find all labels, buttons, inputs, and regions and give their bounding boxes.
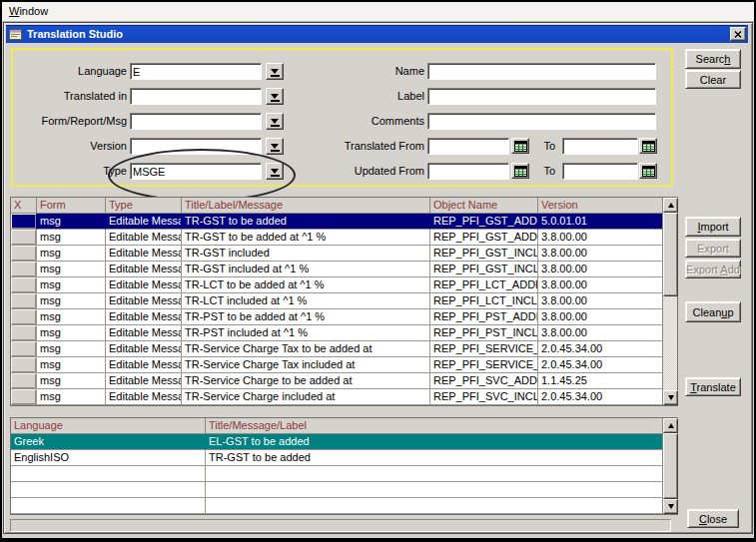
table-cell[interactable]: 3.8.00.00 xyxy=(538,246,662,262)
table-cell[interactable]: TR-Service Charge to be added at xyxy=(182,373,430,389)
scrollbar-thumb[interactable] xyxy=(663,213,678,296)
table-cell[interactable]: 2.0.45.34.00 xyxy=(538,357,662,373)
table-cell[interactable]: REP_PFI_PST_ADDED xyxy=(430,309,538,325)
table-cell[interactable]: Editable Message xyxy=(106,262,182,277)
table-cell[interactable] xyxy=(206,498,662,514)
table-cell[interactable]: REP_PFI_GST_ADDED xyxy=(430,214,538,230)
table-cell[interactable]: Editable Message xyxy=(106,277,182,293)
table-cell[interactable]: REP_PFI_SERVICE_TAX_ xyxy=(430,357,538,373)
row-selector[interactable] xyxy=(11,309,37,325)
table-cell[interactable]: 3.8.00.00 xyxy=(538,262,662,277)
table-row[interactable]: msgEditable MessageTR-PST to be added at… xyxy=(11,309,662,325)
table-cell[interactable]: 2.0.45.34.00 xyxy=(538,341,662,357)
row-selector[interactable] xyxy=(11,277,37,293)
table-cell[interactable]: TR-GST to be added xyxy=(206,450,662,466)
table-row[interactable] xyxy=(11,498,662,514)
table-cell[interactable]: REP_PFI_LCT_ADDED xyxy=(430,277,538,293)
table-cell[interactable]: Editable Message xyxy=(106,230,182,246)
table-row[interactable]: GreekEL-GST to be added xyxy=(11,434,662,450)
table-cell[interactable]: msg xyxy=(37,373,106,389)
table-cell[interactable]: REP_PFI_GST_ADDED_P xyxy=(430,230,538,246)
updated-to-calendar-button[interactable] xyxy=(639,163,657,179)
table-row[interactable]: msgEditable MessageTR-Service Charge Tax… xyxy=(11,341,662,357)
table-row[interactable]: msgEditable MessageTR-GST to be added at… xyxy=(11,230,662,246)
scrollbar-thumb[interactable] xyxy=(663,433,678,499)
close-icon[interactable] xyxy=(730,27,746,41)
table-cell[interactable]: REP_PFI_GST_INCLUDE xyxy=(430,262,538,277)
table-cell[interactable]: msg xyxy=(37,309,106,325)
row-selector[interactable] xyxy=(11,341,37,357)
table-cell[interactable]: TR-GST included xyxy=(182,246,430,262)
table-row[interactable] xyxy=(11,466,662,482)
table-cell[interactable]: TR-GST to be added xyxy=(182,214,430,230)
form-report-msg-input[interactable] xyxy=(130,113,262,130)
translated-to-input[interactable] xyxy=(562,138,638,155)
table-cell[interactable]: REP_PFI_SVC_INCLUDE xyxy=(430,389,538,405)
table-row[interactable]: EnglishISOTR-GST to be added xyxy=(11,450,662,466)
row-selector[interactable] xyxy=(11,262,37,277)
table-cell[interactable]: TR-Service Charge included at xyxy=(182,389,430,405)
search-button[interactable]: Search xyxy=(685,49,741,69)
type-lov-button[interactable] xyxy=(266,163,284,180)
label-input[interactable] xyxy=(427,88,656,105)
cleanup-button[interactable]: Cleanup xyxy=(685,301,741,322)
table-cell[interactable]: 5.0.01.01 xyxy=(538,214,662,230)
type-input[interactable] xyxy=(130,163,262,180)
menu-window[interactable]: Window xyxy=(9,5,48,17)
table-cell[interactable]: Greek xyxy=(11,434,206,450)
row-selector[interactable] xyxy=(11,357,37,373)
row-selector[interactable] xyxy=(11,373,37,389)
table-cell[interactable]: Editable Message xyxy=(106,341,182,357)
table-cell[interactable] xyxy=(206,466,662,482)
scroll-up-icon[interactable] xyxy=(663,198,678,213)
table-cell[interactable] xyxy=(11,482,206,498)
name-input[interactable] xyxy=(427,63,656,80)
table-cell[interactable]: TR-GST included at ^1 % xyxy=(182,262,430,277)
translated-in-input[interactable] xyxy=(130,88,262,105)
version-lov-button[interactable] xyxy=(266,138,284,155)
table-cell[interactable]: TR-PST to be added at ^1 % xyxy=(182,309,430,325)
table-cell[interactable]: msg xyxy=(37,262,106,277)
table-cell[interactable]: 3.8.00.00 xyxy=(538,309,662,325)
horizontal-scrollbar-track[interactable] xyxy=(10,519,671,532)
language-lov-button[interactable] xyxy=(266,63,284,80)
table-cell[interactable]: TR-PST included at ^1 % xyxy=(182,325,430,341)
table-cell[interactable]: TR-LCT included at ^1 % xyxy=(182,293,430,309)
import-button[interactable]: Import xyxy=(685,217,741,237)
table-cell[interactable]: Editable Message xyxy=(106,325,182,341)
table-cell[interactable]: 2.0.45.34.00 xyxy=(538,389,662,405)
scroll-up-icon[interactable] xyxy=(663,418,678,433)
table-cell[interactable]: msg xyxy=(37,325,106,341)
comments-input[interactable] xyxy=(427,113,656,130)
table-row[interactable] xyxy=(11,482,662,498)
table-cell[interactable]: 3.8.00.00 xyxy=(538,325,662,341)
table-cell[interactable]: Editable Message xyxy=(106,214,182,230)
table-cell[interactable]: 3.8.00.00 xyxy=(538,277,662,293)
table-row[interactable]: msgEditable MessageTR-GST included at ^1… xyxy=(11,262,662,277)
table-cell[interactable]: REP_PFI_LCT_INCLUDE xyxy=(430,293,538,309)
table-cell[interactable]: EL-GST to be added xyxy=(206,434,662,450)
form-report-msg-lov-button[interactable] xyxy=(266,113,284,130)
table-cell[interactable]: msg xyxy=(37,230,106,246)
table-row[interactable]: msgEditable MessageTR-PST included at ^1… xyxy=(11,325,662,341)
table-cell[interactable] xyxy=(11,498,206,514)
table-cell[interactable]: msg xyxy=(37,341,106,357)
table-cell[interactable]: Editable Message xyxy=(106,293,182,309)
translated-to-calendar-button[interactable] xyxy=(639,138,657,154)
language-input[interactable] xyxy=(130,63,262,80)
row-selector[interactable] xyxy=(11,214,37,230)
table-row[interactable]: msgEditable MessageTR-Service Charge Tax… xyxy=(11,357,662,373)
translated-in-lov-button[interactable] xyxy=(266,88,284,105)
table-cell[interactable]: REP_PFI_PST_INCLUDE xyxy=(430,325,538,341)
table-cell[interactable]: Editable Message xyxy=(106,373,182,389)
table-cell[interactable]: EnglishISO xyxy=(11,450,206,466)
table-cell[interactable]: msg xyxy=(37,214,106,230)
table-cell[interactable]: msg xyxy=(37,389,106,405)
translate-button[interactable]: Translate xyxy=(685,377,741,396)
table-cell[interactable]: REP_PFI_GST_INCLUDE xyxy=(430,246,538,262)
table-row[interactable]: msgEditable MessageTR-Service Charge inc… xyxy=(11,389,662,405)
row-selector[interactable] xyxy=(11,246,37,262)
table-cell[interactable]: Editable Message xyxy=(106,309,182,325)
row-selector[interactable] xyxy=(11,230,37,246)
results-scrollbar[interactable] xyxy=(662,198,677,405)
